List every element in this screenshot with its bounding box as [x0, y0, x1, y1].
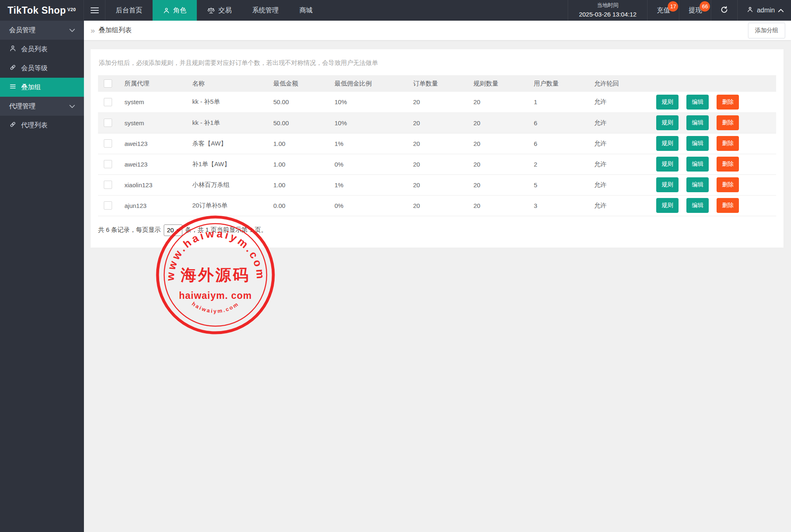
delete-button[interactable]: 删除: [717, 136, 739, 151]
app-logo-version: V20: [67, 7, 76, 12]
cell-min-commission: 10%: [331, 112, 410, 133]
cell-users: 3: [531, 195, 591, 216]
rules-button[interactable]: 规则: [656, 157, 679, 172]
cell-rules: 20: [470, 92, 531, 112]
cell-rules: 20: [470, 133, 531, 154]
withdraw-button[interactable]: 提现 66: [679, 0, 711, 21]
sidebar-item-stack-group[interactable]: 叠加组: [0, 78, 84, 97]
cell-allow-loop: 允许: [591, 154, 653, 174]
breadcrumb-arrows-icon: »: [91, 26, 95, 35]
nav-item-system[interactable]: 系统管理: [242, 0, 289, 21]
column-header-users: 用户数量: [531, 75, 591, 92]
cell-agent: system: [121, 112, 189, 133]
cell-orders: 20: [410, 154, 470, 174]
main-content: » 叠加组列表 添加分组 添加分组后，必须添加规则，并且规则需要对应好订单个数，…: [84, 21, 791, 532]
rules-button[interactable]: 规则: [656, 115, 679, 130]
add-group-button[interactable]: 添加分组: [748, 23, 785, 38]
withdraw-badge: 66: [700, 1, 710, 12]
sidebar-group-member-management[interactable]: 会员管理: [0, 21, 84, 40]
rules-button[interactable]: 规则: [656, 136, 679, 151]
row-checkbox[interactable]: [104, 119, 112, 127]
groups-table: 所属代理 名称 最低金额 最低佣金比例 订单数量 规则数量 用户数量 允许轮回 …: [98, 75, 776, 216]
edit-button[interactable]: 编辑: [686, 136, 709, 151]
table-row: awei123 补1单【AW】 1.00 0% 20 20 2 允许 规则 编辑…: [98, 154, 776, 174]
row-checkbox[interactable]: [104, 139, 112, 148]
table-row: system kk - 补5单 50.00 10% 20 20 1 允许 规则 …: [98, 92, 776, 112]
rules-button[interactable]: 规则: [656, 198, 679, 213]
cell-rules: 20: [470, 112, 531, 133]
cell-users: 6: [531, 133, 591, 154]
cell-rules: 20: [470, 174, 531, 195]
select-all-checkbox[interactable]: [104, 79, 112, 88]
nav-item-mall[interactable]: 商城: [289, 0, 323, 21]
cell-orders: 20: [410, 174, 470, 195]
user-name: admin: [757, 7, 775, 14]
cell-min-commission: 0%: [331, 195, 410, 216]
delete-button[interactable]: 删除: [717, 95, 739, 110]
sidebar-toggle-icon[interactable]: [84, 0, 105, 21]
cell-min-commission: 10%: [331, 92, 410, 112]
refresh-button[interactable]: [711, 0, 737, 21]
pagination-suffix: 条，共 1 页当前显示第 1 页。: [185, 226, 267, 234]
cell-agent: awei123: [121, 154, 189, 174]
cell-agent: awei123: [121, 133, 189, 154]
table-row: awei123 杀客【AW】 1.00 1% 20 20 6 允许 规则 编辑 …: [98, 133, 776, 154]
cell-users: 5: [531, 174, 591, 195]
chevron-down-icon: [69, 103, 75, 110]
row-checkbox[interactable]: [104, 98, 112, 106]
user-menu[interactable]: admin: [737, 0, 791, 21]
cell-min-commission: 0%: [331, 154, 410, 174]
scales-icon: [207, 7, 215, 14]
local-time-label: 当地时间: [579, 1, 636, 10]
cell-agent: ajun123: [121, 195, 189, 216]
cell-orders: 20: [410, 112, 470, 133]
sidebar: 会员管理 会员列表 会员等级 叠加组 代理管理 代理列表: [0, 21, 84, 532]
sidebar-item-member-list[interactable]: 会员列表: [0, 40, 84, 59]
table-header-row: 所属代理 名称 最低金额 最低佣金比例 订单数量 规则数量 用户数量 允许轮回: [98, 75, 776, 92]
edit-button[interactable]: 编辑: [686, 198, 709, 213]
nav-item-transactions[interactable]: 交易: [197, 0, 242, 21]
delete-button[interactable]: 删除: [717, 157, 739, 172]
recharge-badge: 17: [668, 1, 678, 12]
page-size-select[interactable]: 20: [164, 224, 182, 236]
nav-item-dashboard[interactable]: 后台首页: [105, 0, 153, 21]
rules-button[interactable]: 规则: [656, 95, 679, 110]
column-header-rules: 规则数量: [470, 75, 531, 92]
delete-button[interactable]: 删除: [717, 115, 739, 130]
cell-allow-loop: 允许: [591, 92, 653, 112]
cell-users: 1: [531, 92, 591, 112]
delete-button[interactable]: 删除: [717, 177, 739, 192]
cell-orders: 20: [410, 195, 470, 216]
row-checkbox[interactable]: [104, 201, 112, 210]
sidebar-item-member-level[interactable]: 会员等级: [0, 59, 84, 78]
edit-button[interactable]: 编辑: [686, 157, 709, 172]
recharge-button[interactable]: 充值 17: [647, 0, 679, 21]
edit-button[interactable]: 编辑: [686, 177, 709, 192]
sidebar-group-agent-management[interactable]: 代理管理: [0, 97, 84, 116]
row-checkbox[interactable]: [104, 160, 112, 168]
pagination: 共 6 条记录，每页显示 20 条，共 1 页当前显示第 1 页。: [98, 224, 776, 236]
app-logo-text: TikTok Shop: [7, 5, 66, 16]
breadcrumb: 叠加组列表: [99, 26, 132, 35]
rules-button[interactable]: 规则: [656, 177, 679, 192]
edit-button[interactable]: 编辑: [686, 95, 709, 110]
delete-button[interactable]: 删除: [717, 198, 739, 213]
cell-allow-loop: 允许: [591, 133, 653, 154]
edit-button[interactable]: 编辑: [686, 115, 709, 130]
column-header-min-amount: 最低金额: [270, 75, 331, 92]
row-checkbox[interactable]: [104, 181, 112, 189]
cell-rules: 20: [470, 195, 531, 216]
column-header-name: 名称: [189, 75, 270, 92]
app-logo[interactable]: TikTok ShopV20: [0, 0, 84, 21]
user-icon: [9, 45, 17, 54]
cell-name: 20订单补5单: [189, 195, 270, 216]
sidebar-item-agent-list[interactable]: 代理列表: [0, 116, 84, 135]
nav-item-roles[interactable]: 角色: [153, 0, 197, 21]
cell-users: 2: [531, 154, 591, 174]
cell-agent: xiaolin123: [121, 174, 189, 195]
cell-orders: 20: [410, 92, 470, 112]
list-card: 添加分组后，必须添加规则，并且规则需要对应好订单个数，若出现不对称情况，会导致用…: [91, 49, 784, 248]
table-row: xiaolin123 小林百万杀组 1.00 1% 20 20 5 允许 规则 …: [98, 174, 776, 195]
cell-orders: 20: [410, 133, 470, 154]
cell-allow-loop: 允许: [591, 195, 653, 216]
